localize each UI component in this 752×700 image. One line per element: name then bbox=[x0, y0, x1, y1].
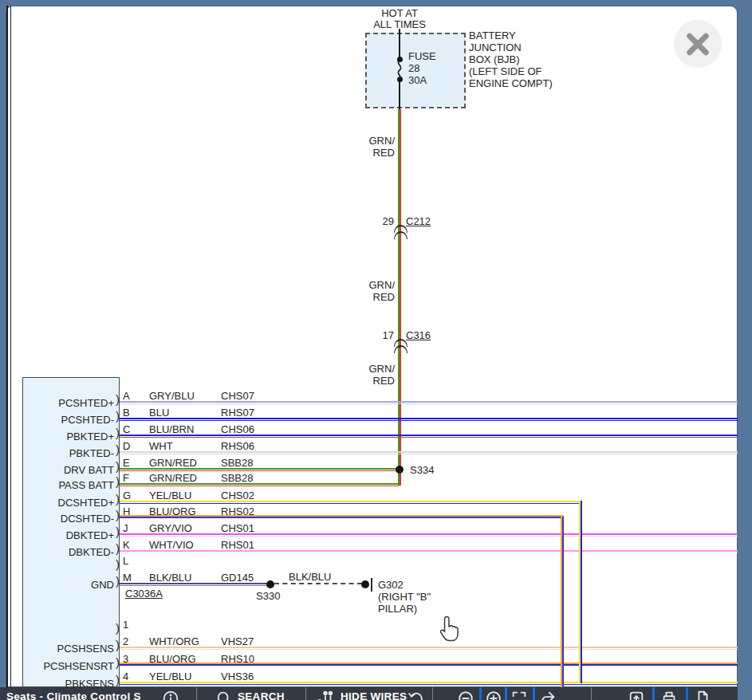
pin-bracket-symbol: ) bbox=[116, 443, 120, 455]
search-icon[interactable] bbox=[215, 690, 233, 700]
wire-color-label: GRN/RED bbox=[149, 457, 197, 469]
connector-name-c3036a[interactable]: C3036A bbox=[125, 588, 163, 600]
wire-color-label: GRY/VIO bbox=[149, 522, 192, 534]
fit-screen-icon[interactable] bbox=[510, 690, 528, 700]
pin-bracket-symbol: ) bbox=[116, 639, 120, 651]
wire-stripe-D bbox=[120, 454, 738, 455]
pin-signal-label: DCSHTED+ bbox=[24, 497, 114, 509]
wire-circuit-label: CHS07 bbox=[221, 390, 254, 402]
left-component-edge-line bbox=[6, 6, 8, 687]
splice-label-s330: S330 bbox=[256, 590, 280, 602]
wire-color-label: YEL/BLU bbox=[149, 671, 191, 682]
toolbar-divider bbox=[432, 687, 433, 700]
feed-wire-bottom bbox=[399, 81, 400, 109]
info-icon[interactable] bbox=[162, 690, 179, 700]
pin-letter: J bbox=[123, 522, 128, 534]
feed-wire-color-label: RED bbox=[347, 291, 395, 303]
pin-signal-label: DBKTED- bbox=[24, 546, 114, 558]
hand-cursor bbox=[439, 615, 461, 643]
wire-circuit-label: CHS02 bbox=[221, 490, 254, 501]
pin-letter: E bbox=[123, 457, 130, 469]
pin-bracket-symbol: ) bbox=[116, 525, 120, 537]
close-button[interactable] bbox=[674, 20, 722, 68]
bottom-toolbar: Seats - Climate Control S SEARCH HIDE WI… bbox=[0, 687, 738, 700]
fuse-terminal-dot bbox=[397, 77, 403, 82]
inline-connector-pin: 29 bbox=[376, 215, 394, 227]
inline-connector-name[interactable]: C316 bbox=[406, 329, 431, 341]
pin-letter: 4 bbox=[123, 671, 128, 682]
export-box-icon[interactable] bbox=[628, 690, 645, 700]
hot-at-all-times-text: HOT AT bbox=[352, 7, 447, 19]
wire-color-label: BLU bbox=[149, 407, 169, 419]
hide-wires-icon[interactable] bbox=[317, 690, 334, 700]
wire-color-label: BLU/ORG bbox=[149, 505, 196, 517]
pin-letter: 2 bbox=[123, 635, 128, 647]
feed-wire-top bbox=[399, 29, 400, 61]
undo-icon[interactable] bbox=[407, 690, 424, 700]
zoom-out-icon[interactable] bbox=[457, 690, 474, 700]
wire-color-label: YEL/BLU bbox=[149, 490, 191, 501]
pin-bracket-symbol: ) bbox=[116, 575, 120, 587]
wire-drop-H bbox=[562, 517, 564, 687]
toolbar-separator bbox=[505, 687, 507, 700]
toolbar-separator bbox=[479, 687, 482, 700]
search-button[interactable]: SEARCH bbox=[238, 690, 285, 700]
print-icon[interactable] bbox=[660, 690, 678, 700]
feed-wire-color-label: GRN/ bbox=[347, 135, 395, 147]
bjb-text-line: BOX (BJB) bbox=[469, 53, 520, 65]
ground-bar-symbol bbox=[371, 578, 373, 592]
wire-circuit-label: CHS01 bbox=[221, 522, 254, 534]
feed-wire-red-stripe bbox=[400, 109, 401, 486]
pin-bracket-symbol: ) bbox=[116, 674, 120, 686]
wire-circuit-label: GD145 bbox=[221, 572, 254, 584]
wire-color-label: BLK/BLU bbox=[149, 572, 191, 584]
pin-letter: G bbox=[123, 490, 131, 501]
pin-signal-label: PCSHTED+ bbox=[24, 397, 114, 409]
toolbar-separator bbox=[686, 687, 688, 700]
left-component-edge-line bbox=[10, 6, 12, 687]
inline-connector-name[interactable]: C212 bbox=[406, 215, 431, 227]
wire-circuit-label: SBB28 bbox=[221, 457, 253, 469]
pin-bracket-symbol: ) bbox=[116, 558, 120, 570]
pin-signal-label: DCSHTED- bbox=[24, 513, 114, 525]
toolbar-divider bbox=[305, 687, 306, 700]
pin-letter: L bbox=[123, 555, 128, 567]
wire-stripe-K bbox=[120, 553, 738, 554]
pin-signal-label: DBKTED+ bbox=[24, 529, 114, 541]
pin-letter: H bbox=[123, 505, 130, 517]
wire-circuit-label: RHS06 bbox=[221, 440, 254, 452]
wire-stripe-G bbox=[120, 503, 581, 505]
fuse-text-line: 28 bbox=[408, 62, 419, 74]
hide-wires-button[interactable]: HIDE WIRES bbox=[341, 690, 407, 700]
toolbar-separator bbox=[652, 687, 655, 700]
pin-signal-label: PBKTED- bbox=[24, 447, 114, 459]
wire-stripe-B bbox=[120, 420, 738, 422]
ground-dot-g302 bbox=[361, 580, 369, 588]
pin-letter: K bbox=[123, 539, 130, 551]
wire-circuit-label: VHS27 bbox=[221, 635, 254, 647]
inline-connector-symbol bbox=[394, 231, 407, 239]
feed-wire-color-label: RED bbox=[347, 147, 395, 159]
pin-bracket-symbol: ) bbox=[116, 410, 120, 422]
splice-dot-s330 bbox=[266, 580, 274, 588]
fuse-terminal-dot bbox=[397, 57, 403, 62]
pin-letter: M bbox=[123, 572, 132, 584]
ground-dashed-wire bbox=[274, 583, 362, 584]
share-icon[interactable] bbox=[539, 690, 557, 700]
wire-circuit-label: RHS01 bbox=[221, 539, 254, 551]
pin-bracket-symbol: ) bbox=[116, 493, 120, 505]
wire-stripe-A bbox=[120, 403, 738, 405]
wire-color-label: WHT/VIO bbox=[149, 539, 194, 551]
zoom-in-icon[interactable] bbox=[485, 690, 502, 700]
feed-wire-color-label: GRN/ bbox=[347, 363, 395, 375]
wire-stripe-F bbox=[120, 486, 399, 487]
pin-bracket-symbol: ) bbox=[116, 393, 120, 405]
wire-stripe-2 bbox=[120, 649, 738, 651]
ground-label-g302: (RIGHT "B" bbox=[378, 591, 431, 603]
inline-connector-pin: 17 bbox=[376, 329, 394, 341]
wire-circuit-label: CHS06 bbox=[221, 423, 254, 435]
wire-circuit-label: RHS07 bbox=[221, 407, 254, 419]
file-icon[interactable] bbox=[694, 690, 711, 700]
wiring-diagram-viewer: Seats - Climate Control S SEARCH HIDE WI… bbox=[0, 0, 752, 700]
pin-letter: F bbox=[123, 472, 129, 484]
